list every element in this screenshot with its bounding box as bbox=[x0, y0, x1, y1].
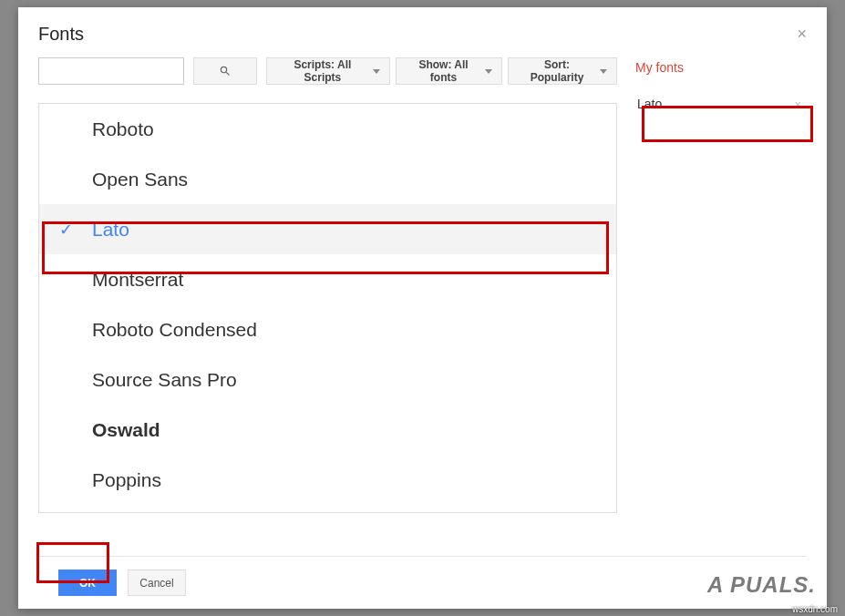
main-area: Scripts: All Scripts Show: All fonts Sor… bbox=[18, 57, 827, 513]
my-fonts-heading: My fonts bbox=[635, 60, 807, 75]
font-row[interactable]: Poppins bbox=[39, 455, 616, 505]
scripts-filter-label: Scripts: All Scripts bbox=[276, 58, 369, 84]
font-row[interactable]: Source Sans Pro bbox=[39, 354, 616, 405]
font-row[interactable]: Oswald bbox=[39, 405, 616, 455]
sort-filter-label: Sort: Popularity bbox=[518, 58, 596, 84]
font-row[interactable]: Roboto bbox=[39, 104, 616, 154]
font-name-label: Source Sans Pro bbox=[92, 369, 237, 391]
controls-row: Scripts: All Scripts Show: All fonts Sor… bbox=[38, 57, 617, 85]
dropdown-arrow-icon bbox=[600, 69, 607, 74]
font-name-label: Roboto Condensed bbox=[92, 319, 257, 341]
dropdown-arrow-icon bbox=[373, 69, 380, 74]
search-button[interactable] bbox=[193, 57, 257, 85]
font-name-label: Lato bbox=[92, 219, 129, 241]
font-list[interactable]: RobotoOpen Sans✓LatoMontserratRoboto Con… bbox=[38, 103, 617, 513]
dialog-footer: OK Cancel bbox=[38, 556, 807, 609]
sort-filter[interactable]: Sort: Popularity bbox=[508, 57, 617, 85]
filters: Scripts: All Scripts Show: All fonts Sor… bbox=[266, 57, 617, 85]
site-watermark: wsxdn.com bbox=[792, 604, 838, 614]
dropdown-arrow-icon bbox=[485, 69, 492, 74]
dialog-title: Fonts bbox=[38, 24, 84, 45]
font-name-label: Poppins bbox=[92, 469, 161, 491]
fonts-dialog: Fonts × Scripts: All Scripts Show bbox=[18, 7, 827, 609]
font-name-label: Open Sans bbox=[92, 169, 188, 190]
search-icon bbox=[219, 65, 232, 77]
remove-font-icon[interactable]: × bbox=[794, 98, 801, 111]
font-row[interactable]: Roboto Condensed bbox=[39, 304, 616, 354]
brand-watermark: A PUALS. bbox=[707, 572, 816, 598]
dialog-header: Fonts × bbox=[18, 7, 827, 57]
close-button[interactable]: × bbox=[797, 25, 807, 44]
my-font-item[interactable]: Lato× bbox=[635, 89, 807, 118]
left-pane: Scripts: All Scripts Show: All fonts Sor… bbox=[38, 57, 617, 513]
check-icon: ✓ bbox=[59, 220, 73, 240]
my-font-name: Lato bbox=[637, 97, 662, 111]
my-fonts-list: Lato× bbox=[635, 89, 807, 118]
show-filter[interactable]: Show: All fonts bbox=[396, 57, 502, 85]
search-input[interactable] bbox=[38, 57, 184, 85]
cancel-button[interactable]: Cancel bbox=[128, 570, 186, 596]
font-row[interactable]: ✓Lato bbox=[39, 204, 616, 254]
right-pane: My fonts Lato× bbox=[635, 57, 807, 513]
font-name-label: Montserrat bbox=[92, 269, 183, 291]
show-filter-label: Show: All fonts bbox=[406, 58, 481, 84]
font-name-label: Roboto bbox=[92, 118, 154, 140]
font-row[interactable]: Open Sans bbox=[39, 154, 616, 204]
font-name-label: Oswald bbox=[92, 419, 160, 441]
ok-button[interactable]: OK bbox=[58, 570, 117, 596]
scripts-filter[interactable]: Scripts: All Scripts bbox=[266, 57, 390, 85]
font-row[interactable]: Montserrat bbox=[39, 254, 616, 304]
